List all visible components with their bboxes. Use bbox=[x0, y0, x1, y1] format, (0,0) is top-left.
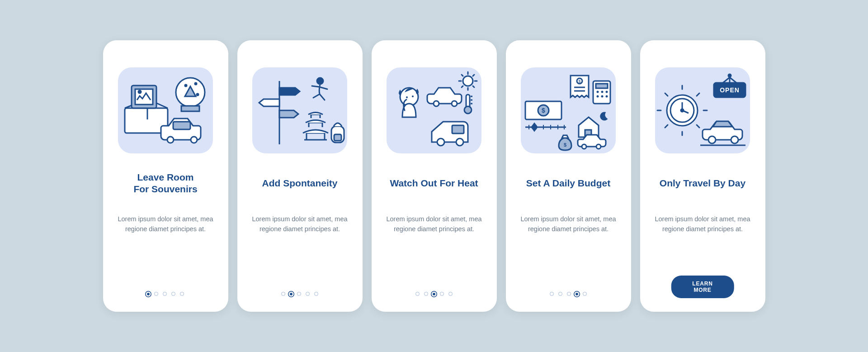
svg-line-24 bbox=[473, 75, 474, 76]
svg-point-16 bbox=[463, 76, 473, 86]
dot-5[interactable] bbox=[180, 292, 184, 296]
souvenirs-icon bbox=[118, 67, 213, 153]
card-title: Leave RoomFor Souvenirs bbox=[133, 171, 197, 196]
dot-3[interactable] bbox=[433, 293, 435, 295]
svg-text:$: $ bbox=[564, 142, 566, 147]
page-indicator bbox=[103, 292, 228, 296]
onboarding-card-budget: $ $ bbox=[506, 40, 631, 312]
daytravel-icon: OPEN bbox=[655, 67, 750, 153]
onboarding-card-heat: Watch Out For Heat Lorem ipsum dolor sit… bbox=[372, 40, 497, 312]
dot-3[interactable] bbox=[163, 292, 167, 296]
svg-point-45 bbox=[601, 91, 604, 93]
svg-rect-43 bbox=[596, 84, 608, 88]
svg-point-62 bbox=[596, 144, 601, 149]
svg-line-78 bbox=[723, 77, 730, 83]
svg-point-13 bbox=[317, 78, 323, 84]
dot-3[interactable] bbox=[567, 292, 571, 296]
svg-text:$: $ bbox=[578, 79, 580, 84]
svg-line-72 bbox=[697, 93, 699, 96]
svg-point-28 bbox=[464, 106, 472, 114]
svg-point-25 bbox=[434, 101, 439, 106]
svg-point-33 bbox=[437, 138, 444, 146]
dot-2[interactable] bbox=[154, 292, 158, 296]
dot-5[interactable] bbox=[314, 292, 318, 296]
page-indicator bbox=[372, 292, 497, 296]
svg-point-49 bbox=[606, 95, 608, 98]
dot-2[interactable] bbox=[290, 293, 292, 295]
card-title: Only Travel By Day bbox=[660, 171, 745, 196]
card-title: Add Spontaneity bbox=[262, 171, 338, 196]
souvenirs-illustration bbox=[118, 67, 213, 153]
dot-1[interactable] bbox=[281, 292, 285, 296]
budget-icon: $ $ bbox=[521, 67, 616, 153]
card-body: Lorem ipsum dolor sit amet, mea regione … bbox=[653, 214, 753, 234]
svg-rect-9 bbox=[173, 122, 190, 129]
dot-4[interactable] bbox=[440, 292, 444, 296]
dot-5[interactable] bbox=[583, 292, 587, 296]
svg-point-8 bbox=[197, 94, 198, 95]
dot-4[interactable] bbox=[576, 293, 578, 295]
onboarding-card-souvenirs: Leave RoomFor Souvenirs Lorem ipsum dolo… bbox=[103, 40, 228, 312]
dot-2[interactable] bbox=[424, 292, 428, 296]
svg-point-26 bbox=[452, 101, 457, 106]
card-title: Set A Daily Budget bbox=[526, 171, 610, 196]
svg-point-61 bbox=[582, 144, 586, 149]
dot-1[interactable] bbox=[147, 293, 150, 295]
card-body: Lorem ipsum dolor sit amet, mea regione … bbox=[384, 214, 484, 234]
svg-point-85 bbox=[731, 136, 738, 143]
dot-4[interactable] bbox=[306, 292, 310, 296]
svg-point-6 bbox=[185, 85, 187, 86]
daytravel-illustration: OPEN bbox=[655, 67, 750, 153]
dot-2[interactable] bbox=[558, 292, 562, 296]
svg-point-76 bbox=[681, 109, 684, 112]
card-body: Lorem ipsum dolor sit amet, mea regione … bbox=[519, 214, 618, 234]
spontaneity-icon bbox=[252, 67, 347, 153]
card-title: Watch Out For Heat bbox=[390, 171, 478, 196]
svg-point-46 bbox=[606, 91, 608, 93]
dot-4[interactable] bbox=[171, 292, 175, 296]
heat-icon bbox=[387, 67, 481, 153]
dot-1[interactable] bbox=[550, 292, 554, 296]
svg-point-37 bbox=[412, 95, 414, 97]
svg-rect-32 bbox=[452, 125, 464, 133]
svg-point-10 bbox=[167, 137, 174, 143]
svg-point-36 bbox=[406, 96, 408, 98]
onboarding-card-daytravel: OPEN Only Travel By Day Lorem ipsum dolo… bbox=[640, 40, 765, 312]
card-body: Lorem ipsum dolor sit amet, mea regione … bbox=[250, 214, 350, 234]
learn-more-button[interactable]: LEARN MORE bbox=[671, 276, 734, 298]
spontaneity-illustration bbox=[252, 67, 347, 153]
svg-line-22 bbox=[473, 86, 474, 87]
page-indicator bbox=[506, 292, 631, 296]
svg-point-80 bbox=[728, 74, 731, 77]
svg-line-70 bbox=[697, 125, 699, 128]
svg-line-79 bbox=[730, 77, 736, 83]
svg-text:OPEN: OPEN bbox=[720, 86, 740, 94]
svg-point-84 bbox=[708, 136, 716, 143]
page-indicator bbox=[237, 292, 363, 296]
svg-line-71 bbox=[665, 125, 668, 128]
svg-point-4 bbox=[138, 90, 141, 93]
svg-point-11 bbox=[191, 137, 197, 143]
svg-point-34 bbox=[456, 138, 463, 146]
svg-point-44 bbox=[597, 91, 599, 93]
svg-rect-15 bbox=[334, 134, 341, 141]
card-body: Lorem ipsum dolor sit amet, mea regione … bbox=[116, 214, 216, 234]
svg-line-23 bbox=[462, 86, 463, 87]
onboarding-cards-row: Leave RoomFor Souvenirs Lorem ipsum dolo… bbox=[90, 27, 779, 325]
heat-illustration bbox=[387, 67, 481, 153]
budget-illustration: $ $ bbox=[521, 67, 616, 153]
svg-line-69 bbox=[665, 93, 668, 96]
svg-point-48 bbox=[601, 95, 604, 98]
svg-text:$: $ bbox=[542, 107, 545, 114]
dot-1[interactable] bbox=[415, 292, 420, 296]
dot-5[interactable] bbox=[448, 292, 453, 296]
dot-3[interactable] bbox=[297, 292, 301, 296]
svg-point-47 bbox=[597, 95, 599, 98]
onboarding-card-spontaneity: Add Spontaneity Lorem ipsum dolor sit am… bbox=[237, 40, 363, 312]
svg-line-21 bbox=[462, 75, 463, 76]
svg-point-7 bbox=[195, 83, 197, 85]
